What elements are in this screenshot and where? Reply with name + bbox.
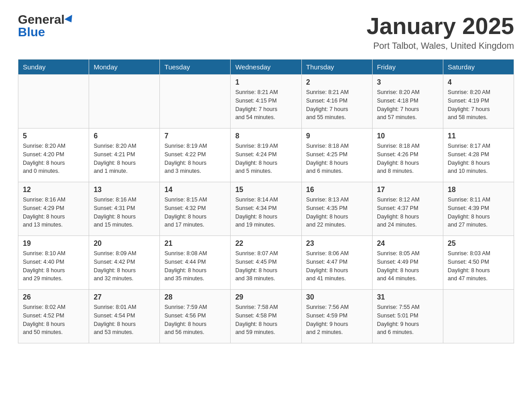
day-info: Sunrise: 7:59 AMSunset: 4:56 PMDaylight:… xyxy=(164,303,226,337)
day-info: Sunrise: 8:17 AMSunset: 4:28 PMDaylight:… xyxy=(448,142,509,176)
day-number: 23 xyxy=(306,240,368,248)
day-number: 14 xyxy=(164,186,226,194)
calendar-week-1: 1Sunrise: 8:21 AMSunset: 4:15 PMDaylight… xyxy=(18,75,514,128)
day-info: Sunrise: 7:56 AMSunset: 4:59 PMDaylight:… xyxy=(306,303,368,337)
day-info: Sunrise: 8:18 AMSunset: 4:26 PMDaylight:… xyxy=(377,142,438,176)
calendar-day-6: 6Sunrise: 8:20 AMSunset: 4:21 PMDaylight… xyxy=(89,128,160,182)
empty-cell xyxy=(160,75,231,128)
calendar-day-4: 4Sunrise: 8:20 AMSunset: 4:19 PMDaylight… xyxy=(443,75,514,128)
calendar-table: SundayMondayTuesdayWednesdayThursdayFrid… xyxy=(18,59,514,343)
calendar-day-10: 10Sunrise: 8:18 AMSunset: 4:26 PMDayligh… xyxy=(372,128,443,182)
column-header-sunday: Sunday xyxy=(18,60,89,75)
day-number: 19 xyxy=(23,240,84,248)
title-block: January 2025 Port Talbot, Wales, United … xyxy=(366,13,514,51)
calendar-day-21: 21Sunrise: 8:08 AMSunset: 4:44 PMDayligh… xyxy=(160,236,231,290)
day-number: 26 xyxy=(23,293,84,301)
day-info: Sunrise: 8:05 AMSunset: 4:49 PMDaylight:… xyxy=(377,249,438,283)
calendar-day-11: 11Sunrise: 8:17 AMSunset: 4:28 PMDayligh… xyxy=(443,128,514,182)
day-info: Sunrise: 8:19 AMSunset: 4:22 PMDaylight:… xyxy=(164,142,226,176)
calendar-day-3: 3Sunrise: 8:20 AMSunset: 4:18 PMDaylight… xyxy=(372,75,443,128)
calendar-day-24: 24Sunrise: 8:05 AMSunset: 4:49 PMDayligh… xyxy=(372,236,443,290)
empty-cell xyxy=(18,75,89,128)
day-info: Sunrise: 8:13 AMSunset: 4:35 PMDaylight:… xyxy=(306,196,368,229)
day-number: 24 xyxy=(377,240,438,248)
logo: General Blue xyxy=(18,13,74,39)
calendar-day-31: 31Sunrise: 7:55 AMSunset: 5:01 PMDayligh… xyxy=(372,290,443,343)
calendar-day-12: 12Sunrise: 8:16 AMSunset: 4:29 PMDayligh… xyxy=(18,182,89,236)
day-info: Sunrise: 7:58 AMSunset: 4:58 PMDaylight:… xyxy=(235,303,296,337)
day-info: Sunrise: 8:12 AMSunset: 4:37 PMDaylight:… xyxy=(377,196,438,229)
calendar-day-2: 2Sunrise: 8:21 AMSunset: 4:16 PMDaylight… xyxy=(301,75,372,128)
page-header: General Blue January 2025 Port Talbot, W… xyxy=(18,13,514,51)
column-header-monday: Monday xyxy=(89,60,160,75)
calendar-day-20: 20Sunrise: 8:09 AMSunset: 4:42 PMDayligh… xyxy=(89,236,160,290)
column-header-saturday: Saturday xyxy=(443,60,514,75)
day-info: Sunrise: 8:16 AMSunset: 4:29 PMDaylight:… xyxy=(23,196,84,229)
calendar-day-27: 27Sunrise: 8:01 AMSunset: 4:54 PMDayligh… xyxy=(89,290,160,343)
calendar-day-7: 7Sunrise: 8:19 AMSunset: 4:22 PMDaylight… xyxy=(160,128,231,182)
month-title: January 2025 xyxy=(366,13,514,39)
day-info: Sunrise: 8:01 AMSunset: 4:54 PMDaylight:… xyxy=(94,303,155,337)
logo-blue-text: Blue xyxy=(18,26,45,39)
column-header-tuesday: Tuesday xyxy=(160,60,231,75)
calendar-day-30: 30Sunrise: 7:56 AMSunset: 4:59 PMDayligh… xyxy=(301,290,372,343)
day-number: 18 xyxy=(448,186,509,194)
day-info: Sunrise: 8:09 AMSunset: 4:42 PMDaylight:… xyxy=(94,249,155,283)
day-number: 27 xyxy=(94,293,155,301)
calendar-week-3: 12Sunrise: 8:16 AMSunset: 4:29 PMDayligh… xyxy=(18,182,514,236)
day-number: 1 xyxy=(235,78,296,86)
day-number: 2 xyxy=(306,78,368,86)
day-info: Sunrise: 8:07 AMSunset: 4:45 PMDaylight:… xyxy=(235,249,296,283)
day-number: 31 xyxy=(377,293,438,301)
day-info: Sunrise: 8:21 AMSunset: 4:16 PMDaylight:… xyxy=(306,88,368,122)
empty-cell xyxy=(443,290,514,343)
column-header-friday: Friday xyxy=(372,60,443,75)
day-info: Sunrise: 8:11 AMSunset: 4:39 PMDaylight:… xyxy=(448,196,509,229)
day-info: Sunrise: 8:15 AMSunset: 4:32 PMDaylight:… xyxy=(164,196,226,229)
calendar-day-26: 26Sunrise: 8:02 AMSunset: 4:52 PMDayligh… xyxy=(18,290,89,343)
day-info: Sunrise: 8:03 AMSunset: 4:50 PMDaylight:… xyxy=(448,249,509,283)
calendar-day-5: 5Sunrise: 8:20 AMSunset: 4:20 PMDaylight… xyxy=(18,128,89,182)
day-number: 4 xyxy=(448,78,509,86)
day-info: Sunrise: 8:16 AMSunset: 4:31 PMDaylight:… xyxy=(94,196,155,229)
day-info: Sunrise: 8:19 AMSunset: 4:24 PMDaylight:… xyxy=(235,142,296,176)
calendar-day-17: 17Sunrise: 8:12 AMSunset: 4:37 PMDayligh… xyxy=(372,182,443,236)
day-info: Sunrise: 8:18 AMSunset: 4:25 PMDaylight:… xyxy=(306,142,368,176)
day-info: Sunrise: 8:20 AMSunset: 4:19 PMDaylight:… xyxy=(448,88,509,122)
day-number: 3 xyxy=(377,78,438,86)
calendar-week-5: 26Sunrise: 8:02 AMSunset: 4:52 PMDayligh… xyxy=(18,290,514,343)
day-info: Sunrise: 7:55 AMSunset: 5:01 PMDaylight:… xyxy=(377,303,438,337)
calendar-day-25: 25Sunrise: 8:03 AMSunset: 4:50 PMDayligh… xyxy=(443,236,514,290)
location-text: Port Talbot, Wales, United Kingdom xyxy=(366,41,514,51)
day-number: 8 xyxy=(235,132,296,140)
calendar-day-9: 9Sunrise: 8:18 AMSunset: 4:25 PMDaylight… xyxy=(301,128,372,182)
day-info: Sunrise: 8:14 AMSunset: 4:34 PMDaylight:… xyxy=(235,196,296,229)
day-info: Sunrise: 8:20 AMSunset: 4:18 PMDaylight:… xyxy=(377,88,438,122)
day-number: 10 xyxy=(377,132,438,140)
day-info: Sunrise: 8:20 AMSunset: 4:21 PMDaylight:… xyxy=(94,142,155,176)
day-number: 12 xyxy=(23,186,84,194)
calendar-day-16: 16Sunrise: 8:13 AMSunset: 4:35 PMDayligh… xyxy=(301,182,372,236)
day-info: Sunrise: 8:06 AMSunset: 4:47 PMDaylight:… xyxy=(306,249,368,283)
day-number: 21 xyxy=(164,240,226,248)
day-number: 13 xyxy=(94,186,155,194)
calendar-week-2: 5Sunrise: 8:20 AMSunset: 4:20 PMDaylight… xyxy=(18,128,514,182)
day-info: Sunrise: 8:10 AMSunset: 4:40 PMDaylight:… xyxy=(23,249,84,283)
day-number: 5 xyxy=(23,132,84,140)
day-info: Sunrise: 8:21 AMSunset: 4:15 PMDaylight:… xyxy=(235,88,296,122)
day-number: 7 xyxy=(164,132,226,140)
calendar-day-28: 28Sunrise: 7:59 AMSunset: 4:56 PMDayligh… xyxy=(160,290,231,343)
calendar-week-4: 19Sunrise: 8:10 AMSunset: 4:40 PMDayligh… xyxy=(18,236,514,290)
day-number: 22 xyxy=(235,240,296,248)
day-number: 25 xyxy=(448,240,509,248)
day-number: 6 xyxy=(94,132,155,140)
day-number: 20 xyxy=(94,240,155,248)
column-header-thursday: Thursday xyxy=(301,60,372,75)
calendar-day-23: 23Sunrise: 8:06 AMSunset: 4:47 PMDayligh… xyxy=(301,236,372,290)
day-number: 28 xyxy=(164,293,226,301)
calendar-day-18: 18Sunrise: 8:11 AMSunset: 4:39 PMDayligh… xyxy=(443,182,514,236)
day-number: 29 xyxy=(235,293,296,301)
day-number: 16 xyxy=(306,186,368,194)
day-number: 15 xyxy=(235,186,296,194)
day-info: Sunrise: 8:02 AMSunset: 4:52 PMDaylight:… xyxy=(23,303,84,337)
